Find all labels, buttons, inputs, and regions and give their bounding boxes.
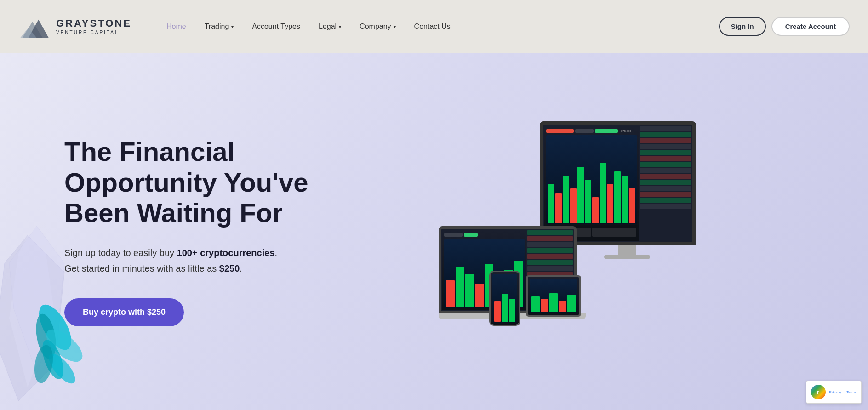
logo[interactable]: GRAYSTONE VENTURE CAPITAL xyxy=(18,13,131,40)
nav-account-types-label: Account Types xyxy=(252,23,300,31)
logo-name: GRAYSTONE xyxy=(56,18,131,28)
nav-links: Home Trading ▾ Account Types Legal ▾ Com… xyxy=(159,18,719,35)
nav-item-legal[interactable]: Legal ▾ xyxy=(311,18,348,35)
leaves-decoration xyxy=(28,300,83,392)
privacy-link[interactable]: Privacy xyxy=(829,390,841,394)
chevron-down-icon-company: ▾ xyxy=(394,24,396,29)
recaptcha-privacy-terms[interactable]: Privacy - Terms xyxy=(829,390,857,394)
nav-trading-label: Trading xyxy=(205,23,229,31)
hero-subtitle-bold1: 100+ cryptocurrencies xyxy=(177,248,275,258)
terms-link[interactable]: Terms xyxy=(846,390,857,394)
sign-in-button[interactable]: Sign In xyxy=(719,17,766,36)
hero-devices: $75,000 xyxy=(322,121,831,342)
hero-content: The Financial Opportunity You've Been Wa… xyxy=(64,137,322,326)
logo-text: GRAYSTONE VENTURE CAPITAL xyxy=(56,18,131,35)
recaptcha-logo: r xyxy=(811,385,826,399)
chevron-down-icon: ▾ xyxy=(231,24,234,29)
nav-legal-label: Legal xyxy=(319,23,337,31)
recaptcha-text: Privacy - Terms xyxy=(829,390,857,394)
nav-item-contact[interactable]: Contact Us xyxy=(407,18,458,35)
hero-section: The Financial Opportunity You've Been Wa… xyxy=(0,53,868,410)
nav-item-home[interactable]: Home xyxy=(159,18,194,35)
hero-subtitle-pre: Sign up today to easily buy xyxy=(64,248,177,258)
monitor-stand-base xyxy=(604,255,650,259)
create-account-button[interactable]: Create Account xyxy=(771,17,850,36)
navbar: GRAYSTONE VENTURE CAPITAL Home Trading ▾… xyxy=(0,0,868,53)
device-phone xyxy=(489,271,520,326)
nav-item-trading[interactable]: Trading ▾ xyxy=(197,18,241,35)
chevron-down-icon-legal: ▾ xyxy=(339,24,341,29)
devices-mockup: $75,000 xyxy=(439,121,714,342)
nav-item-company[interactable]: Company ▾ xyxy=(352,18,403,35)
nav-actions: Sign In Create Account xyxy=(719,17,850,36)
nav-contact-label: Contact Us xyxy=(414,23,451,31)
hero-subtitle: Sign up today to easily buy 100+ cryptoc… xyxy=(64,245,285,276)
monitor-stand-neck xyxy=(618,245,636,255)
device-tablet xyxy=(526,275,581,317)
hero-subtitle-end: . xyxy=(240,263,242,273)
hero-title: The Financial Opportunity You've Been Wa… xyxy=(64,137,322,228)
nav-item-account-types[interactable]: Account Types xyxy=(245,18,308,35)
logo-icon xyxy=(18,13,51,40)
recaptcha-badge: r Privacy - Terms xyxy=(806,381,862,404)
nav-home-label: Home xyxy=(166,23,186,31)
hero-subtitle-bold2: $250 xyxy=(219,263,240,273)
logo-subname: VENTURE CAPITAL xyxy=(56,30,131,35)
nav-company-label: Company xyxy=(360,23,391,31)
